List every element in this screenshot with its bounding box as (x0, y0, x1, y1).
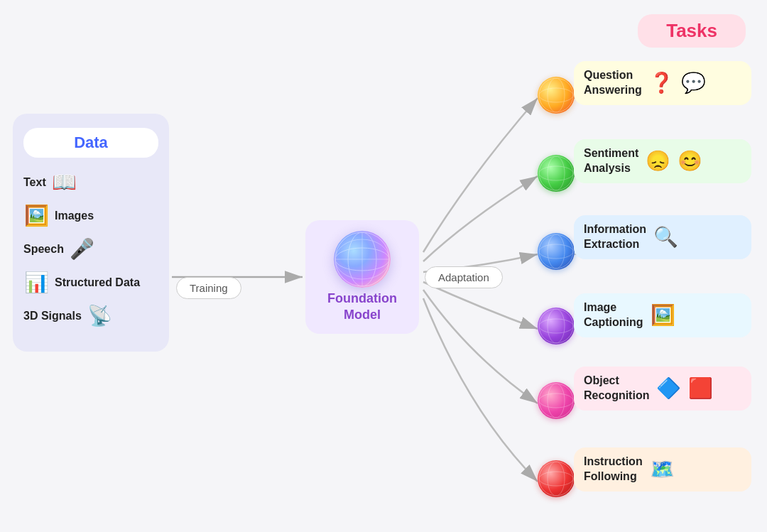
svg-point-30 (539, 462, 573, 496)
task-icon2-sa: 😊 (678, 149, 702, 173)
foundation-model-box: Foundation Model (305, 220, 419, 334)
task-label-or: Object Recognition (584, 374, 649, 403)
svg-point-17 (539, 88, 573, 102)
task-card-ie: Information Extraction 🔍 (574, 215, 751, 259)
task-icon2-qa: 💬 (681, 71, 706, 94)
task-icon-or: 🔷 (656, 376, 681, 400)
task-label-ic: Image Captioning (584, 300, 643, 330)
svg-point-20 (539, 166, 573, 180)
task-icon-ie: 🔍 (653, 225, 678, 249)
data-item-text-label: Text (23, 176, 46, 189)
data-title-box: Data (23, 128, 158, 158)
node-sphere-qa (538, 77, 575, 114)
images-icon: 🖼️ (23, 204, 49, 227)
task-card-if: Instruction Following 🗺️ (574, 447, 751, 492)
svg-point-18 (539, 156, 573, 190)
data-panel: Data Text 📖 🖼️ Images Speech 🎤 📊 Structu… (13, 114, 169, 352)
svg-point-16 (548, 78, 565, 112)
task-card-ic: Image Captioning 🖼️ (574, 293, 751, 337)
data-item-structured: 📊 Structured Data (23, 271, 158, 294)
svg-point-15 (539, 78, 573, 112)
task-label-if: Instruction Following (584, 455, 643, 484)
svg-point-26 (539, 319, 573, 333)
data-item-3d-label: 3D Signals (23, 310, 82, 322)
node-sphere-ie (538, 233, 575, 270)
tasks-title-box: Tasks (638, 14, 746, 48)
svg-point-28 (548, 384, 565, 418)
data-item-3d: 3D Signals 📡 (23, 304, 158, 327)
task-card-qa: Question Answering ❓ 💬 (574, 61, 751, 105)
task-card-or: Object Recognition 🔷 🟥 (574, 367, 751, 411)
svg-point-32 (539, 472, 573, 486)
task-icon-sa: 😞 (646, 149, 670, 173)
svg-point-19 (548, 156, 565, 190)
task-icon-ic: 🖼️ (651, 303, 675, 327)
3d-icon: 📡 (87, 304, 113, 327)
svg-point-21 (539, 234, 573, 268)
svg-point-27 (539, 384, 573, 418)
task-label-ie: Information Extraction (584, 222, 646, 252)
svg-point-31 (548, 462, 565, 496)
foundation-model-title: Foundation Model (327, 291, 397, 324)
data-item-speech-label: Speech (23, 243, 64, 256)
speech-icon: 🎤 (70, 237, 95, 261)
task-label-qa: Question Answering (584, 68, 642, 98)
data-item-text: Text 📖 (23, 170, 158, 194)
svg-point-23 (539, 244, 573, 259)
adaptation-label: Adaptation (425, 266, 503, 288)
tasks-title: Tasks (666, 20, 717, 41)
svg-point-24 (539, 309, 573, 343)
foundation-model-sphere (334, 231, 391, 288)
svg-point-25 (548, 309, 565, 343)
data-item-speech: Speech 🎤 (23, 237, 158, 261)
text-icon: 📖 (52, 170, 77, 194)
task-icon2-or: 🟥 (688, 376, 713, 400)
node-sphere-if (538, 460, 575, 497)
training-label: Training (176, 277, 241, 299)
task-card-sa: Sentiment Analysis 😞 😊 (574, 139, 751, 183)
task-label-sa: Sentiment Analysis (584, 146, 638, 176)
node-sphere-sa (538, 155, 575, 192)
svg-point-29 (539, 393, 573, 408)
svg-point-22 (548, 234, 565, 268)
structured-icon: 📊 (23, 271, 49, 294)
data-item-images: 🖼️ Images (23, 204, 158, 227)
node-sphere-ic (538, 308, 575, 344)
data-title: Data (74, 134, 108, 151)
task-icon-if: 🗺️ (650, 457, 675, 481)
data-item-structured-label: Structured Data (55, 276, 140, 289)
node-sphere-or (538, 382, 575, 419)
task-icon-qa: ❓ (649, 71, 674, 94)
data-item-images-label: Images (55, 210, 94, 222)
